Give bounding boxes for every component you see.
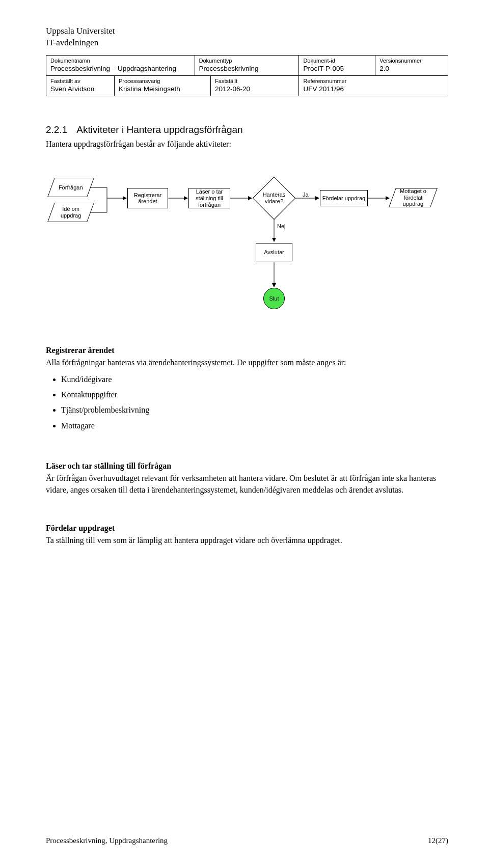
flow-label: Fördelar uppdrag — [322, 195, 365, 202]
meta-cell: Dokument-id ProcIT-P-005 — [299, 56, 375, 75]
flow-edge-yes: Ja — [303, 192, 309, 198]
flowchart-connectors — [46, 178, 448, 331]
flow-decision-hanteras: Hanteras vidare? — [253, 177, 296, 220]
meta-label: Dokument-id — [303, 58, 371, 64]
flow-label: Registrerar ärendet — [129, 192, 167, 205]
flow-step-registrerar: Registrerar ärendet — [127, 188, 168, 208]
flow-terminal-slut: Slut — [263, 288, 285, 309]
flow-input-forfragan: Förfrågan — [47, 178, 94, 197]
meta-value: Processbeskrivning — [199, 65, 295, 72]
body-paragraph: Alla förfrågningar hanteras via ärendeha… — [46, 357, 448, 368]
flow-step-avslutar: Avslutar — [256, 243, 292, 261]
flow-output-mottaget: Mottaget o fördelat uppdrag — [389, 188, 438, 207]
list-item: Tjänst/problembeskrivning — [61, 402, 448, 418]
flow-label: Avslutar — [264, 249, 284, 256]
meta-label: Dokumentnamn — [50, 58, 191, 64]
section-title: Aktiviteter i Hantera uppdragsförfrågan — [76, 124, 242, 135]
meta-cell: Processansvarig Kristina Meisingseth — [115, 76, 211, 96]
list-item: Kontaktuppgifter — [61, 387, 448, 402]
flow-label: Hanteras vidare? — [256, 192, 292, 205]
flow-label: Slut — [269, 295, 279, 302]
meta-label: Dokumenttyp — [199, 58, 295, 64]
footer-page-number: 12(27) — [428, 836, 448, 845]
flow-edge-no: Nej — [277, 223, 286, 229]
flow-label: Mottaget o fördelat uppdrag — [393, 188, 433, 207]
section-lead: Hantera uppdragsförfrågan består av följ… — [46, 139, 448, 150]
meta-cell: Versionsnummer 2.0 — [375, 56, 448, 75]
meta-label: Fastställt av — [50, 78, 110, 84]
meta-value: UFV 2011/96 — [303, 85, 444, 93]
flowchart: Förfrågan Idé om uppdrag Registrerar äre… — [46, 178, 448, 331]
meta-label: Referensnummer — [303, 78, 444, 84]
university-name: Uppsala Universitet — [46, 25, 448, 37]
meta-label: Processansvarig — [119, 78, 206, 84]
list-item: Kund/idégivare — [61, 372, 448, 387]
footer-left: Processbeskrivning, Uppdragshantering — [46, 836, 168, 845]
meta-value: ProcIT-P-005 — [303, 65, 371, 72]
meta-value: Sven Arvidson — [50, 85, 110, 93]
meta-label: Versionsnummer — [379, 58, 444, 64]
meta-cell: Dokumentnamn Processbeskrivning – Uppdra… — [46, 56, 195, 75]
meta-value: 2.0 — [379, 65, 444, 72]
department: IT-avdelningen — [46, 37, 448, 49]
meta-label: Fastställt — [215, 78, 294, 84]
body-heading-registrerar: Registrerar ärendet — [46, 346, 448, 355]
flow-step-fordelar: Fördelar uppdrag — [320, 190, 368, 206]
page-footer: Processbeskrivning, Uppdragshantering 12… — [46, 836, 448, 845]
meta-cell: Fastställt 2012-06-20 — [211, 76, 299, 96]
meta-value: Kristina Meisingseth — [119, 85, 206, 93]
body-paragraph: Ta ställning till vem som är lämplig att… — [46, 535, 448, 546]
meta-value: Processbeskrivning – Uppdragshantering — [50, 65, 191, 72]
flow-step-laser: Läser o tar ställning till förfrågan — [188, 188, 230, 208]
meta-cell: Fastställt av Sven Arvidson — [46, 76, 115, 96]
list-item: Mottagare — [61, 418, 448, 433]
document-metadata-table: Dokumentnamn Processbeskrivning – Uppdra… — [46, 55, 448, 96]
body-paragraph: Är förfrågan överhuvudtaget relevant för… — [46, 473, 448, 496]
flow-label: Förfrågan — [59, 184, 83, 191]
flow-label: Idé om uppdrag — [51, 206, 90, 219]
meta-cell: Dokumenttyp Processbeskrivning — [195, 56, 300, 75]
section-number: 2.2.1 — [46, 124, 67, 135]
bullet-list: Kund/idégivare Kontaktuppgifter Tjänst/p… — [46, 372, 448, 434]
flow-input-ide: Idé om uppdrag — [47, 203, 94, 222]
meta-cell: Referensnummer UFV 2011/96 — [299, 76, 448, 96]
body-heading-fordelar: Fördelar uppdraget — [46, 524, 448, 533]
body-heading-laser: Läser och tar ställning till förfrågan — [46, 462, 448, 471]
meta-value: 2012-06-20 — [215, 85, 294, 93]
university-header: Uppsala Universitet IT-avdelningen — [46, 25, 448, 49]
section-heading: 2.2.1Aktiviteter i Hantera uppdragsförfr… — [46, 124, 448, 135]
flow-label: Läser o tar ställning till förfrågan — [190, 188, 229, 208]
